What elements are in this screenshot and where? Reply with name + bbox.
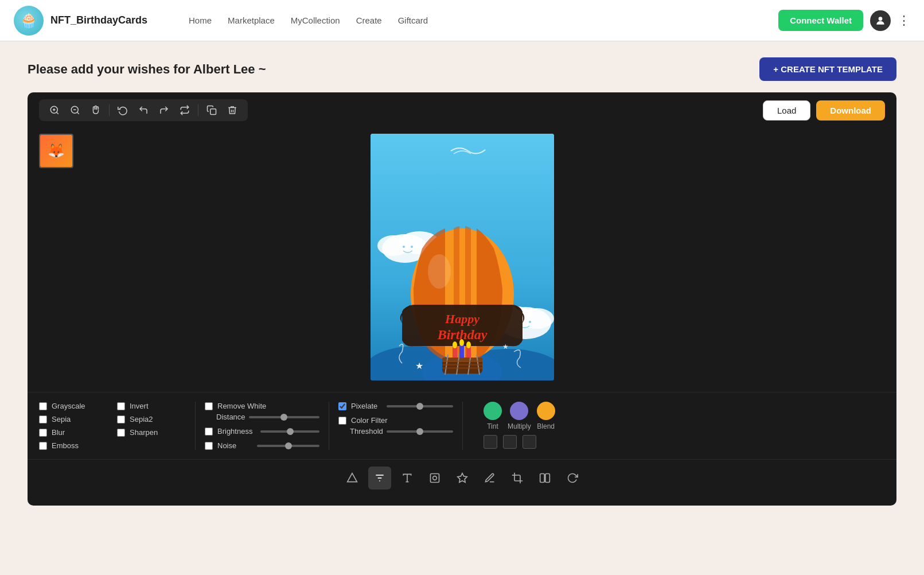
- pan-button[interactable]: [86, 103, 106, 118]
- svg-point-24: [428, 254, 451, 289]
- svg-point-13: [403, 246, 405, 248]
- color-filter-filter: Color Filter: [338, 416, 453, 425]
- nav-create[interactable]: Create: [356, 15, 382, 25]
- filter-tool-button[interactable]: [368, 467, 391, 489]
- blur-checkbox[interactable]: [39, 429, 47, 437]
- navbar: 🧁 NFT_BirthdayCards Home Marketplace MyC…: [0, 0, 924, 41]
- sepia2-checkbox[interactable]: [117, 415, 125, 424]
- history-button[interactable]: [113, 103, 132, 118]
- grayscale-filter: Grayscale: [39, 402, 108, 410]
- repeat-button[interactable]: [175, 103, 194, 118]
- connect-wallet-button[interactable]: Connect Wallet: [778, 10, 863, 31]
- editor-canvas-area: 🦊: [28, 128, 896, 392]
- invert-label: Invert: [130, 402, 149, 410]
- brightness-checkbox[interactable]: [205, 428, 213, 436]
- tint-color-circle[interactable]: [484, 402, 502, 420]
- emboss-label: Emboss: [52, 441, 79, 450]
- svg-text:★: ★: [415, 361, 423, 371]
- color-squares-row: [484, 435, 564, 449]
- threshold-label: Threshold: [350, 427, 383, 436]
- sepia-label: Sepia: [52, 415, 71, 424]
- brightness-filter: Brightness: [205, 427, 319, 436]
- create-nft-button[interactable]: + CREATE NFT TEMPLATE: [759, 57, 896, 81]
- separator-2: [198, 104, 198, 116]
- thumbnail-panel: 🦊: [39, 134, 73, 168]
- shape-tool-button[interactable]: [341, 467, 364, 489]
- blend-color-item: Blend: [537, 402, 555, 430]
- threshold-slider[interactable]: [387, 430, 453, 433]
- zoom-in-button[interactable]: [45, 103, 64, 118]
- noise-checkbox[interactable]: [205, 442, 213, 450]
- remove-white-checkbox[interactable]: [205, 402, 213, 410]
- undo-button[interactable]: [134, 103, 153, 118]
- rotate-tool-button[interactable]: [561, 467, 584, 489]
- nav-giftcard[interactable]: Giftcard: [398, 15, 428, 25]
- pixelate-checkbox[interactable]: [338, 402, 346, 410]
- brightness-slider[interactable]: [260, 430, 319, 433]
- svg-rect-41: [442, 367, 482, 369]
- svg-line-2: [56, 112, 58, 114]
- tint-color-square[interactable]: [484, 435, 497, 449]
- sharpen-checkbox[interactable]: [117, 429, 125, 437]
- filter-col-4: Pixelate Color Filter Threshold: [338, 402, 453, 450]
- zoom-out-button[interactable]: [65, 103, 85, 118]
- svg-line-6: [77, 112, 79, 114]
- blend-color-square[interactable]: [523, 435, 536, 449]
- load-button[interactable]: Load: [763, 100, 810, 121]
- pixelate-slider[interactable]: [387, 405, 453, 407]
- editor-action-buttons: Load Download: [763, 100, 885, 121]
- emboss-filter: Emboss: [39, 441, 108, 450]
- color-circles-row: Tint Multiply Blend: [484, 402, 564, 430]
- draw-tool-button[interactable]: [478, 467, 501, 489]
- nav-home[interactable]: Home: [189, 15, 212, 25]
- divider-1: [195, 402, 196, 450]
- blend-color-circle[interactable]: [537, 402, 555, 420]
- sepia-checkbox[interactable]: [39, 415, 47, 424]
- delete-button[interactable]: [223, 103, 242, 118]
- divider-3: [462, 402, 463, 450]
- page-title: Please add your wishes for Albert Lee ~: [28, 62, 266, 77]
- multiply-color-circle[interactable]: [510, 402, 528, 420]
- navbar-left: 🧁 NFT_BirthdayCards Home Marketplace MyC…: [14, 6, 428, 36]
- multiply-color-square[interactable]: [503, 435, 517, 449]
- invert-checkbox[interactable]: [117, 402, 125, 410]
- star-tool-button[interactable]: [451, 467, 474, 489]
- distance-slider[interactable]: [249, 416, 319, 418]
- svg-point-19: [529, 321, 531, 323]
- filter-col-1: Grayscale Sepia Blur Emboss: [39, 402, 108, 450]
- redo-button[interactable]: [154, 103, 174, 118]
- color-filter-checkbox[interactable]: [338, 417, 346, 425]
- brightness-label: Brightness: [217, 427, 252, 436]
- thumbnail: 🦊: [39, 134, 73, 168]
- blur-filter: Blur: [39, 428, 108, 437]
- blur-label: Blur: [52, 428, 65, 437]
- svg-point-17: [520, 308, 554, 329]
- nav-marketplace[interactable]: Marketplace: [228, 15, 275, 25]
- copy-button[interactable]: [202, 103, 221, 118]
- download-button[interactable]: Download: [816, 100, 885, 121]
- emboss-checkbox[interactable]: [39, 442, 47, 450]
- blend-label: Blend: [537, 422, 555, 430]
- noise-slider[interactable]: [257, 445, 319, 447]
- grayscale-label: Grayscale: [52, 402, 85, 410]
- crop-tool-button[interactable]: [506, 467, 529, 489]
- grayscale-checkbox[interactable]: [39, 402, 47, 410]
- brand-name: NFT_BirthdayCards: [50, 14, 147, 26]
- logo-icon: 🧁: [14, 6, 44, 36]
- color-filter-label: Color Filter: [351, 416, 388, 425]
- svg-point-37: [459, 339, 464, 346]
- multiply-color-item: Multiply: [508, 402, 531, 430]
- filter-col-2: Invert Sepia2 Sharpen: [117, 402, 186, 450]
- account-icon[interactable]: [870, 10, 891, 31]
- nav-mycollection[interactable]: MyCollection: [291, 15, 340, 25]
- split-tool-button[interactable]: [533, 467, 556, 489]
- remove-white-label: Remove White: [217, 402, 266, 410]
- more-options-icon[interactable]: ⋮: [898, 13, 910, 28]
- toolbar-group: [39, 99, 248, 121]
- birthday-card[interactable]: Happy Birthday: [371, 134, 554, 380]
- pixelate-label: Pixelate: [351, 402, 377, 410]
- svg-text:Happy: Happy: [445, 312, 479, 326]
- text-tool-button[interactable]: [396, 467, 419, 489]
- tint-color-item: Tint: [484, 402, 502, 430]
- frame-tool-button[interactable]: [423, 467, 446, 489]
